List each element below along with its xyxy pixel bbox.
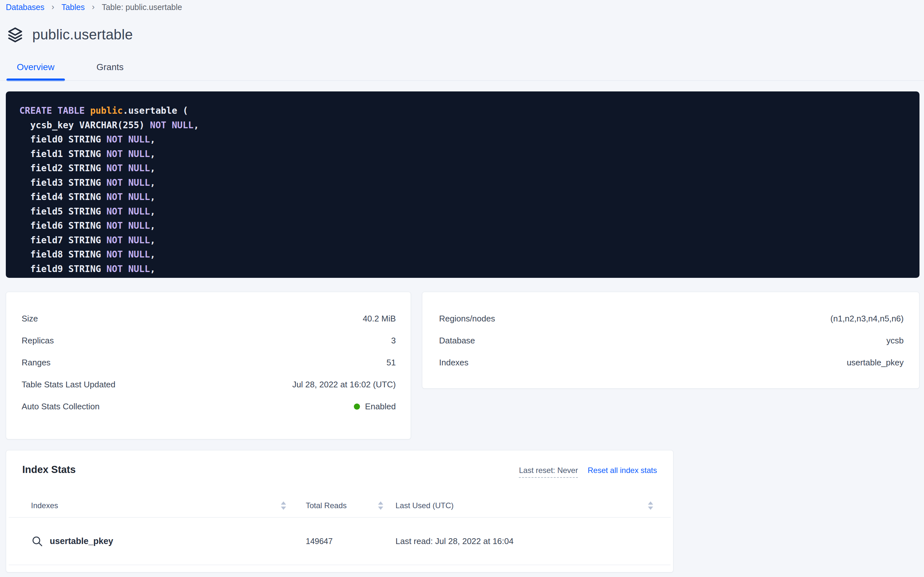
breadcrumb: Databases › Tables › Table: public.usert… (6, 3, 182, 12)
stat-value: 3 (391, 336, 396, 346)
stat-label: Database (439, 336, 475, 346)
stat-value: Jul 28, 2022 at 16:02 (UTC) (292, 380, 396, 390)
status-dot-icon (354, 403, 360, 409)
stat-row-indexes: Indexes usertable_pkey (439, 351, 904, 374)
column-header-total-reads[interactable]: Total Reads (306, 501, 347, 510)
last-used-value: Last read: Jul 28, 2022 at 16:04 (395, 536, 514, 546)
breadcrumb-databases[interactable]: Databases (6, 3, 45, 12)
index-stats-card: Index Stats Last reset: Never Reset all … (6, 450, 673, 572)
table-row-divider (9, 565, 670, 565)
page-title-row: public.usertable (6, 26, 133, 43)
stat-row-regions: Regions/nodes (n1,n2,n3,n4,n5,n6) (439, 308, 904, 330)
stat-label: Table Stats Last Updated (22, 380, 116, 390)
search-icon (31, 535, 43, 547)
stat-label: Regions/nodes (439, 314, 495, 324)
stat-label: Auto Stats Collection (22, 401, 100, 412)
tab-bar-divider (0, 81, 924, 81)
sql-line: field2 STRING NOT NULL, (19, 161, 919, 176)
index-name-link[interactable]: usertable_pkey (50, 536, 113, 546)
index-stats-actions: Last reset: Never Reset all index stats (519, 466, 657, 478)
sql-line: field5 STRING NOT NULL, (19, 205, 919, 219)
page-title: public.usertable (32, 26, 133, 43)
column-header-indexes[interactable]: Indexes (31, 501, 58, 510)
sql-line: field4 STRING NOT NULL, (19, 190, 919, 205)
sql-code: CREATE TABLE public.usertable ( ycsb_key… (19, 104, 919, 276)
create-table-statement-box: CREATE TABLE public.usertable ( ycsb_key… (6, 92, 919, 278)
index-table-header-row: Indexes Total Reads Last Used (UTC) (6, 494, 673, 517)
chevron-right-icon: › (51, 3, 55, 11)
sql-line: field1 STRING NOT NULL, (19, 147, 919, 161)
total-reads-value: 149647 (306, 537, 333, 546)
sql-line: field6 STRING NOT NULL, (19, 219, 919, 233)
status-badge: Enabled (354, 401, 396, 412)
stat-label: Replicas (22, 336, 54, 346)
index-table-row: usertable_pkey 149647 Last read: Jul 28,… (6, 517, 673, 565)
stat-value: 51 (386, 358, 396, 367)
sql-line: CREATE TABLE public.usertable ( (19, 104, 919, 118)
index-name-cell: usertable_pkey (31, 535, 113, 547)
index-stats-title: Index Stats (22, 464, 76, 475)
stat-label: Ranges (22, 358, 51, 367)
breadcrumb-tables[interactable]: Tables (61, 3, 85, 12)
stat-row-database: Database ycsb (439, 330, 904, 351)
stat-label: Size (22, 314, 38, 324)
chevron-right-icon: › (92, 3, 95, 11)
tab-grants[interactable]: Grants (86, 62, 134, 81)
stat-value: ycsb (887, 336, 904, 346)
sql-line: field8 STRING NOT NULL, (19, 247, 919, 262)
stat-row-stats-updated: Table Stats Last Updated Jul 28, 2022 at… (22, 374, 396, 395)
sort-icon[interactable] (281, 501, 286, 510)
breadcrumb-current: Table: public.usertable (102, 3, 182, 12)
stat-row-ranges: Ranges 51 (22, 351, 396, 374)
sql-line: field3 STRING NOT NULL, (19, 176, 919, 190)
stat-row-replicas: Replicas 3 (22, 330, 396, 351)
sql-line: field0 STRING NOT NULL, (19, 132, 919, 147)
sql-line: field9 STRING NOT NULL, (19, 262, 919, 277)
sort-icon[interactable] (648, 501, 653, 510)
stat-row-auto-stats: Auto Stats Collection Enabled (22, 395, 396, 417)
stat-row-size: Size 40.2 MiB (22, 308, 396, 330)
table-overview-card: Size 40.2 MiB Replicas 3 Ranges 51 Table… (6, 292, 411, 439)
stat-value: (n1,n2,n3,n4,n5,n6) (830, 314, 904, 324)
status-text: Enabled (365, 401, 396, 412)
layers-icon (6, 26, 24, 43)
sort-icon[interactable] (378, 501, 383, 510)
table-details-card: Regions/nodes (n1,n2,n3,n4,n5,n6) Databa… (422, 292, 919, 388)
index-stats-header: Index Stats Last reset: Never Reset all … (6, 450, 673, 478)
sql-line: ycsb_key VARCHAR(255) NOT NULL, (19, 118, 919, 133)
column-header-last-used[interactable]: Last Used (UTC) (395, 501, 453, 510)
stat-value: 40.2 MiB (363, 314, 396, 324)
sql-line: field7 STRING NOT NULL, (19, 233, 919, 248)
stat-label: Indexes (439, 358, 468, 367)
tab-overview[interactable]: Overview (6, 62, 65, 81)
tab-bar: Overview Grants (6, 62, 134, 81)
reset-index-stats-link[interactable]: Reset all index stats (588, 466, 657, 475)
table-details-page: Databases › Tables › Table: public.usert… (0, 0, 924, 577)
last-reset-label: Last reset: Never (519, 466, 578, 478)
stat-value: usertable_pkey (847, 358, 904, 367)
